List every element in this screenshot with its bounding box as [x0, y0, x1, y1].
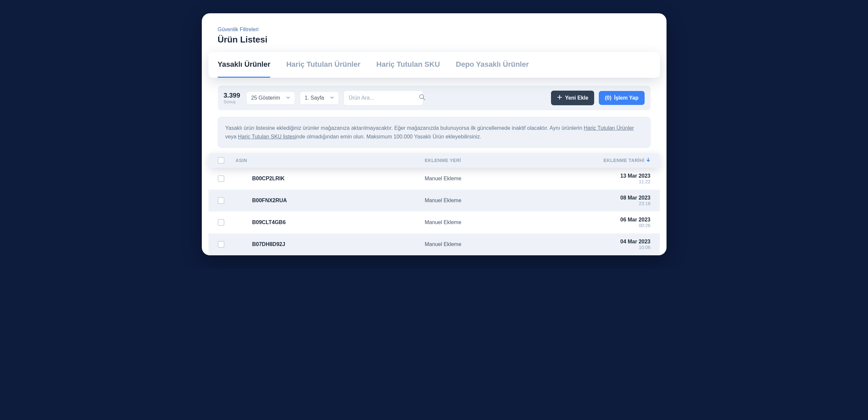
table-row[interactable]: B07DH8D92J Manuel Ekleme 04 Mar 2023 10:… — [209, 233, 660, 255]
action-button[interactable]: (0) İşlem Yap — [599, 91, 644, 105]
info-text-1: Yasaklı ürün listesine eklediğiniz ürünl… — [225, 125, 584, 131]
chevron-down-icon — [330, 95, 334, 101]
action-label: İşlem Yap — [614, 95, 639, 101]
breadcrumb[interactable]: Güvenlik Filtreleri — [218, 27, 651, 33]
date-value: 13 Mar 2023 — [620, 173, 651, 179]
header-date[interactable]: EKLENME TARİHİ — [578, 157, 651, 163]
toolbar: 3.399 Sonuç 25 Gösterim 1. Sayfa — [218, 86, 651, 110]
page-title: Ürün Listesi — [218, 34, 651, 45]
time-value: 11:22 — [620, 179, 651, 184]
place-value: Manuel Ekleme — [425, 176, 461, 181]
header-checkbox-col — [218, 157, 236, 164]
tab-haric-tutulan-sku[interactable]: Hariç Tutulan SKU — [376, 52, 440, 78]
date-value: 06 Mar 2023 — [620, 217, 651, 223]
row-checkbox[interactable] — [218, 219, 224, 226]
place-value: Manuel Ekleme — [425, 219, 461, 225]
page-select[interactable]: 1. Sayfa — [300, 91, 339, 104]
search-box[interactable] — [344, 90, 423, 106]
table-header: ASIN EKLENME YERİ EKLENME TARİHİ — [209, 153, 660, 168]
table-body: B00CP2LRIK Manuel Ekleme 13 Mar 2023 11:… — [209, 168, 660, 255]
main-card: Güvenlik Filtreleri Ürün Listesi Yasaklı… — [202, 13, 666, 255]
per-page-value: 25 Gösterim — [251, 95, 280, 101]
date-value: 08 Mar 2023 — [620, 195, 651, 201]
asin-value: B09CLT4GB6 — [236, 219, 286, 225]
asin-value: B00FNX2RUA — [236, 198, 287, 203]
date-value: 04 Mar 2023 — [620, 239, 651, 245]
per-page-select[interactable]: 25 Gösterim — [246, 91, 295, 104]
place-value: Manuel Ekleme — [425, 198, 461, 203]
tabs: Yasaklı Ürünler Hariç Tutulan Ürünler Ha… — [209, 52, 660, 78]
place-value: Manuel Ekleme — [425, 241, 461, 247]
action-count: (0) — [605, 95, 612, 101]
info-link-haric-sku[interactable]: Hariç Tutulan SKU listesi — [238, 134, 297, 140]
add-new-button[interactable]: Yeni Ekle — [551, 91, 594, 105]
row-checkbox[interactable] — [218, 241, 224, 248]
time-value: 10:06 — [620, 245, 651, 250]
header-date-label: EKLENME TARİHİ — [603, 158, 645, 163]
header: Güvenlik Filtreleri Ürün Listesi — [202, 27, 666, 45]
info-text-3: nde olmadığından emin olun. Maksimum 100… — [297, 134, 481, 140]
result-count: 3.399 Sonuç — [224, 92, 240, 104]
header-place[interactable]: EKLENME YERİ — [425, 158, 578, 163]
svg-point-0 — [420, 95, 424, 99]
table-row[interactable]: B09CLT4GB6 Manuel Ekleme 06 Mar 2023 00:… — [209, 211, 660, 233]
table-row[interactable]: B00FNX2RUA Manuel Ekleme 08 Mar 2023 23:… — [209, 189, 660, 211]
search-input[interactable] — [348, 95, 415, 101]
info-link-haric-urunler[interactable]: Hariç Tutulan Ürünler — [584, 125, 634, 131]
add-new-label: Yeni Ekle — [565, 95, 588, 101]
header-asin[interactable]: ASIN — [236, 158, 425, 163]
info-banner: Yasaklı ürün listesine eklediğiniz ürünl… — [218, 117, 651, 148]
page-value: 1. Sayfa — [305, 95, 324, 101]
tab-depo-yasakli-urunler[interactable]: Depo Yasaklı Ürünler — [456, 52, 529, 78]
tab-haric-tutulan-urunler[interactable]: Hariç Tutulan Ürünler — [286, 52, 360, 78]
table-row[interactable]: B00CP2LRIK Manuel Ekleme 13 Mar 2023 11:… — [209, 168, 660, 189]
table: ASIN EKLENME YERİ EKLENME TARİHİ B00CP2L… — [209, 153, 660, 255]
tab-yasakli-urunler[interactable]: Yasaklı Ürünler — [218, 52, 271, 78]
asin-value: B07DH8D92J — [236, 241, 285, 247]
result-count-number: 3.399 — [224, 92, 240, 99]
info-text-2: veya — [225, 134, 238, 140]
select-all-checkbox[interactable] — [218, 157, 224, 164]
search-icon[interactable] — [419, 94, 426, 102]
time-value: 00:26 — [620, 223, 651, 228]
row-checkbox[interactable] — [218, 197, 224, 204]
plus-icon — [557, 95, 562, 101]
row-checkbox[interactable] — [218, 175, 224, 182]
chevron-down-icon — [286, 95, 290, 101]
sort-desc-icon — [646, 157, 651, 163]
result-count-label: Sonuç — [224, 99, 240, 104]
svg-line-1 — [423, 98, 425, 100]
time-value: 23:18 — [620, 201, 651, 206]
asin-value: B00CP2LRIK — [236, 176, 285, 181]
